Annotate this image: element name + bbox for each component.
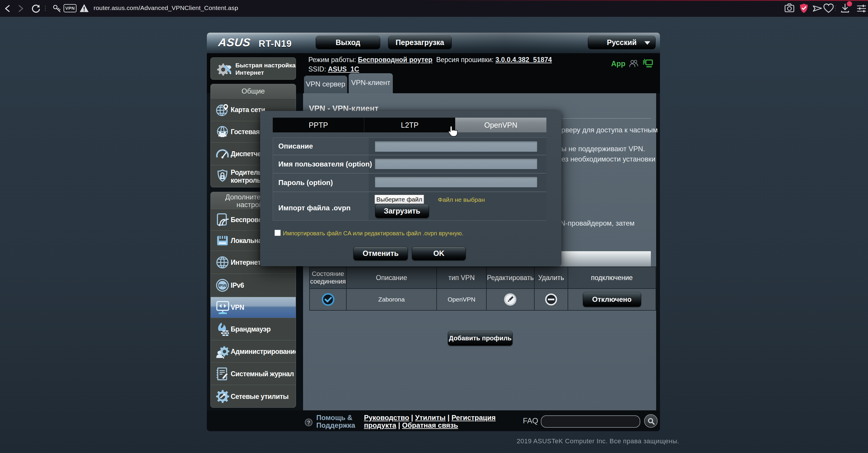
svg-text:IPV6: IPV6 — [219, 284, 226, 288]
